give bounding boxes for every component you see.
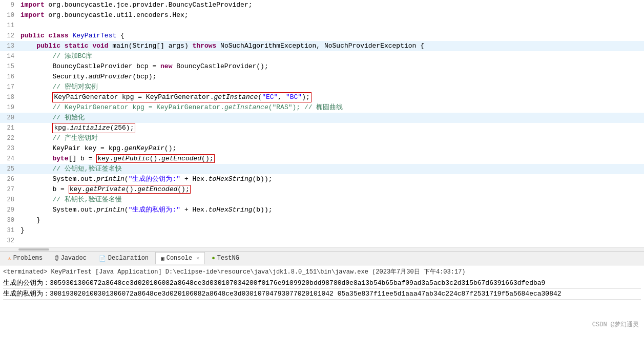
code-line-13: 13 public static void main(String[] args… bbox=[0, 41, 644, 51]
tab-javadoc[interactable]: @ Javadoc bbox=[49, 252, 92, 264]
console-line-2: 生成的私钥为：308193020100301306072a8648ce3d020… bbox=[3, 289, 641, 300]
tab-problems[interactable]: ⚠ Problems bbox=[2, 252, 48, 264]
code-line-16: 16 Security.addProvider(bcp); bbox=[0, 72, 644, 82]
code-line-17: 17 // 密钥对实例 bbox=[0, 82, 644, 92]
code-line-30: 30 } bbox=[0, 215, 644, 225]
tab-problems-label: Problems bbox=[13, 255, 43, 262]
code-line-9: 9 import org.bouncycastle.jce.provider.B… bbox=[0, 0, 644, 10]
code-line-20: 20 // 初始化 bbox=[0, 113, 644, 123]
tab-testng[interactable]: ● TestNG bbox=[206, 252, 245, 264]
code-line-12: 12 public class KeyPairTest { bbox=[0, 31, 644, 41]
code-line-31: 31 } bbox=[0, 225, 644, 236]
code-line-15: 15 BouncyCastleProvider bcp = new Bouncy… bbox=[0, 61, 644, 72]
code-line-23: 23 KeyPair key = kpg.genKeyPair(); bbox=[0, 143, 644, 154]
code-line-18: 18 KeyPairGenerator kpg = KeyPairGenerat… bbox=[0, 92, 644, 102]
code-line-14: 14 // 添加BC库 bbox=[0, 51, 644, 61]
code-line-22: 22 // 产生密钥对 bbox=[0, 133, 644, 143]
problems-icon: ⚠ bbox=[8, 255, 11, 262]
console-area: <terminated> KeyPairTest [Java Applicati… bbox=[0, 265, 644, 333]
tab-declaration-label: Declaration bbox=[108, 255, 149, 262]
code-line-27: 27 b = key.getPrivate().getEncoded(); bbox=[0, 184, 644, 195]
testng-icon: ● bbox=[212, 255, 215, 261]
csdn-watermark: CSDN @梦幻通灵 bbox=[592, 320, 639, 329]
code-line-10: 10 import org.bouncycastle.util.encoders… bbox=[0, 10, 644, 20]
code-line-25: 25 // 公钥短,验证签名快 bbox=[0, 164, 644, 174]
tab-declaration[interactable]: 📄 Declaration bbox=[93, 252, 154, 264]
tab-testng-label: TestNG bbox=[217, 255, 239, 262]
horizontal-scrollbar[interactable] bbox=[0, 247, 644, 251]
console-icon: ▣ bbox=[161, 255, 164, 262]
console-close-icon[interactable]: ✕ bbox=[196, 255, 199, 261]
code-line-29: 29 System.out.println("生成的私钥为:" + Hex.to… bbox=[0, 205, 644, 215]
tab-console-label: Console bbox=[167, 255, 192, 262]
code-line-32: 32 bbox=[0, 236, 644, 246]
code-line-11: 11 bbox=[0, 20, 644, 31]
code-table: 9 import org.bouncycastle.jce.provider.B… bbox=[0, 0, 644, 246]
tab-javadoc-label: Javadoc bbox=[60, 255, 86, 262]
code-line-26: 26 System.out.println("生成的公钥为:" + Hex.to… bbox=[0, 174, 644, 184]
code-line-24: 24 byte[] b = key.getPublic().getEncoded… bbox=[0, 154, 644, 164]
declaration-icon: 📄 bbox=[99, 255, 106, 262]
code-line-28: 28 // 私钥长,验证签名慢 bbox=[0, 195, 644, 205]
console-terminated-header: <terminated> KeyPairTest [Java Applicati… bbox=[3, 267, 641, 276]
javadoc-icon: @ bbox=[55, 255, 58, 262]
scrollbar-thumb[interactable] bbox=[18, 248, 49, 250]
tab-console[interactable]: ▣ Console ✕ bbox=[155, 252, 205, 264]
console-output: 生成的公钥为：3059301306072a8648ce3d020106082a8… bbox=[3, 278, 641, 300]
code-line-19: 19 // KeyPairGenerator kpg = KeyPairGene… bbox=[0, 102, 644, 113]
code-editor: 9 import org.bouncycastle.jce.provider.B… bbox=[0, 0, 644, 251]
code-line-21: 21 kpg.initialize(256); bbox=[0, 123, 644, 133]
console-line-1: 生成的公钥为：3059301306072a8648ce3d020106082a8… bbox=[3, 278, 641, 289]
tab-bar: ⚠ Problems @ Javadoc 📄 Declaration ▣ Con… bbox=[0, 251, 644, 265]
